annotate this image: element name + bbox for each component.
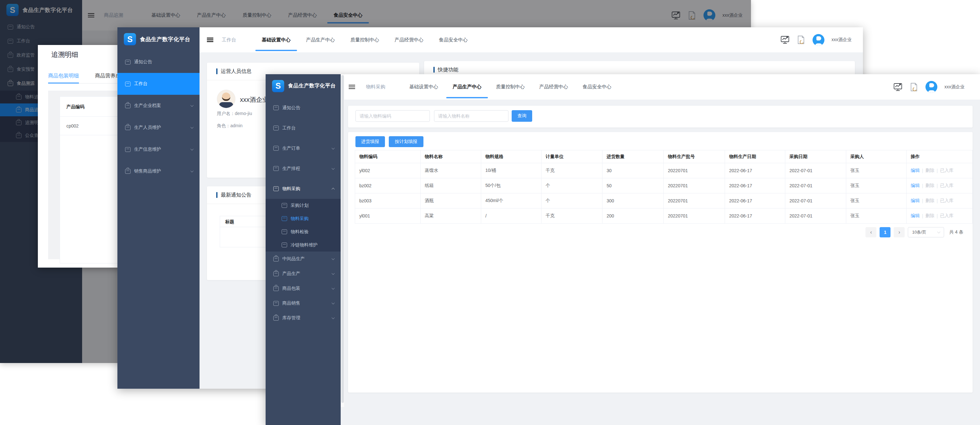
sidebar-item-production-info[interactable]: 生产信息维护 — [118, 139, 199, 160]
tab-quality-center[interactable]: 质量控制中心 — [496, 74, 525, 99]
col-material-name: 物料名称 — [420, 150, 481, 163]
delete-link[interactable]: 删除 — [926, 198, 934, 204]
title-accent-bar — [216, 69, 218, 74]
inventory-icon — [273, 316, 279, 321]
tab-operation-center[interactable]: 产品经营中心 — [539, 74, 568, 99]
prev-page-button[interactable]: ‹ — [865, 227, 877, 237]
tab-food-safety-center[interactable]: 食品安全中心 — [439, 27, 468, 52]
stored-link[interactable]: 已入库 — [940, 183, 953, 189]
material-code-input[interactable] — [355, 110, 430, 122]
cell: 个 — [541, 178, 603, 193]
menu-fold-icon[interactable] — [207, 38, 213, 42]
submenu-item-material-purchase[interactable]: 物料采购 — [266, 212, 340, 225]
sidebar-scrollbar[interactable] — [340, 74, 344, 407]
sidebar-item-product-production[interactable]: 产品生产 — [266, 266, 340, 281]
sidebar-item-sales-goods[interactable]: 销售商品维护 — [118, 160, 199, 182]
sidebar-item-enterprise-archive[interactable]: 生产企业档案 — [118, 95, 199, 117]
label: 采购计划 — [291, 203, 309, 208]
material-name-input[interactable] — [434, 110, 508, 122]
tab-operation-center[interactable]: 产品经营中心 — [395, 27, 423, 52]
delete-link[interactable]: 删除 — [926, 213, 934, 219]
sidebar-item-inventory[interactable]: 库存管理 — [266, 311, 340, 326]
separator: | — [937, 168, 938, 173]
cell: 蒸馏水 — [420, 163, 481, 178]
sidebar-item-product-package[interactable]: 商品包装 — [266, 281, 340, 296]
current-page-button[interactable]: 1 — [880, 227, 891, 237]
topbar: 工作台 基础设置中心 产品生产中心 质量控制中心 产品经营中心 食品安全中心 — [199, 27, 863, 52]
chevron-down-icon — [191, 126, 194, 129]
tab-production-center[interactable]: 产品生产中心 — [453, 74, 482, 99]
sidebar-item-material-purchase[interactable]: 物料采购 — [266, 179, 340, 199]
purchase-report-button[interactable]: 进货填报 — [355, 136, 385, 147]
stored-link[interactable]: 已入库 — [940, 168, 953, 174]
col-quantity: 进货数量 — [603, 150, 664, 163]
sidebar-item-workbench[interactable]: 工作台 — [266, 118, 340, 138]
breadcrumb[interactable]: 物料采购 — [366, 84, 385, 90]
notice-icon — [125, 60, 130, 65]
edit-link[interactable]: 编辑 — [911, 198, 920, 204]
sidebar-item-notice[interactable]: 通知公告 — [118, 51, 199, 73]
document-settings-icon[interactable] — [909, 83, 918, 91]
sidebar-item-product-sales[interactable]: 商品销售 — [266, 296, 340, 311]
workbench-icon — [125, 81, 130, 86]
sidebar-item-staff-maintain[interactable]: 生产人员维护 — [118, 117, 199, 139]
sidebar-item-workbench[interactable]: 工作台 — [118, 73, 199, 95]
user-avatar[interactable] — [926, 81, 937, 93]
menu-fold-icon[interactable] — [349, 85, 355, 89]
sidebar-item-production-schedule[interactable]: 生产排程 — [266, 158, 340, 179]
delete-link[interactable]: 删除 — [926, 168, 934, 174]
inspection-flask-icon — [282, 229, 287, 234]
tab-base-settings[interactable]: 基础设置中心 — [262, 27, 291, 52]
page-size-select[interactable]: 10条/页 — [908, 227, 944, 237]
tab-food-safety-center[interactable]: 食品安全中心 — [582, 74, 611, 99]
edit-link[interactable]: 编辑 — [911, 213, 920, 219]
actions-cell: 编辑|删除|已入库 — [907, 193, 973, 208]
sidebar-item-intermediate-production[interactable]: 中间品生产 — [266, 251, 340, 266]
tab-base-settings[interactable]: 基础设置中心 — [409, 74, 438, 99]
search-button[interactable]: 查询 — [512, 110, 532, 122]
tab-quality-center[interactable]: 质量控制中心 — [350, 27, 379, 52]
cell: 50个/包 — [481, 178, 541, 193]
staff-maintain-icon — [125, 125, 130, 130]
next-page-button[interactable]: › — [894, 227, 905, 237]
username-row: 用户名：demo-jiu — [217, 111, 252, 117]
monitor-chart-icon[interactable] — [893, 83, 902, 91]
separator: | — [937, 213, 938, 219]
user-avatar[interactable] — [813, 34, 824, 46]
stored-link[interactable]: 已入库 — [940, 213, 953, 219]
cell: 高粱 — [420, 208, 481, 224]
separator: | — [922, 213, 923, 219]
sidebar-item-notice[interactable]: 通知公告 — [266, 97, 340, 118]
desktop: S 食品生产数字化平台 通知公告 工作台 政府监管 食安预警 食品溯源 — [0, 0, 980, 425]
stored-link[interactable]: 已入库 — [940, 198, 953, 204]
coldchain-icon — [282, 243, 287, 248]
company-name[interactable]: xxx酒企业 — [944, 84, 965, 90]
tab-package-detail[interactable]: 商品包装明细 — [48, 73, 79, 83]
edit-link[interactable]: 编辑 — [911, 168, 920, 174]
sidebar-item-production-order[interactable]: 生产订单 — [266, 138, 340, 158]
delete-link[interactable]: 删除 — [926, 183, 934, 189]
by-plan-report-button[interactable]: 按计划填报 — [389, 136, 423, 147]
submenu-item-coldchain-material[interactable]: 冷链物料维护 — [266, 238, 340, 251]
submenu-item-purchase-plan[interactable]: 采购计划 — [266, 199, 340, 212]
col-material-code: 物料编码 — [355, 150, 420, 163]
operator-company: xxx酒企业 — [240, 96, 269, 104]
workbench-icon — [273, 126, 279, 130]
chevron-down-icon — [332, 286, 335, 290]
document-settings-icon[interactable] — [797, 35, 805, 44]
scrollbar-thumb[interactable] — [341, 75, 344, 403]
breadcrumb[interactable]: 工作台 — [222, 37, 236, 43]
drawer-title: 追溯明细 — [51, 50, 78, 59]
production-schedule-icon — [273, 166, 279, 171]
tab-production-center[interactable]: 产品生产中心 — [306, 27, 335, 52]
company-name[interactable]: xxx酒企业 — [832, 37, 852, 43]
cell: 30 — [603, 163, 664, 178]
cell: 2022-07-01 — [785, 163, 846, 178]
role-value: admin — [230, 123, 242, 128]
sales-goods-icon — [125, 169, 130, 174]
submenu-item-material-inspection[interactable]: 物料检验 — [266, 225, 340, 238]
monitor-chart-icon[interactable] — [781, 35, 789, 44]
chevron-down-icon — [332, 272, 335, 275]
edit-link[interactable]: 编辑 — [911, 183, 920, 189]
cell: 张玉 — [846, 178, 907, 193]
